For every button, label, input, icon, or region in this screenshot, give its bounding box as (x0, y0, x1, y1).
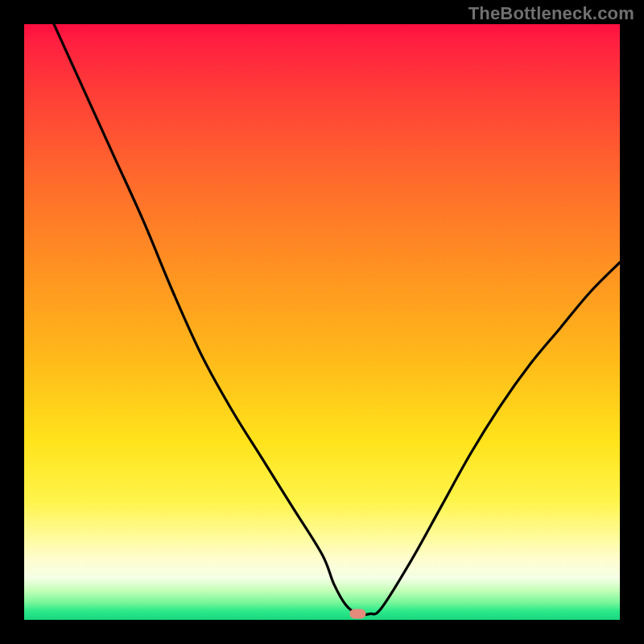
plot-area (24, 24, 620, 620)
gradient-background (24, 24, 620, 620)
chart-frame: TheBottleneck.com (0, 0, 644, 644)
watermark-text: TheBottleneck.com (469, 3, 634, 24)
